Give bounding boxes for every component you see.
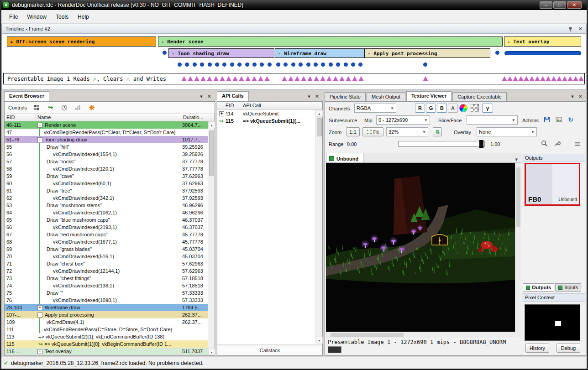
scroll-down-icon[interactable]: ▼ xyxy=(316,337,323,344)
usage-triangle[interactable] xyxy=(188,76,193,81)
timeline-section[interactable]: - Toon shading draw xyxy=(168,48,274,58)
api-call-row[interactable]: +114vkQueueSubmit xyxy=(217,110,315,117)
autofit-magnifier-icon[interactable] xyxy=(541,140,548,147)
expander-box[interactable]: + xyxy=(219,111,224,116)
column-duration[interactable]: Duratio... xyxy=(181,114,215,121)
usage-triangle[interactable] xyxy=(252,76,257,81)
channel-a-button[interactable]: A xyxy=(448,104,458,113)
event-browser-menu-icon[interactable]: ▾ xyxy=(200,94,203,99)
usage-triangle[interactable] xyxy=(239,76,244,81)
event-dot[interactable] xyxy=(185,63,189,67)
column-eid[interactable]: EID xyxy=(226,102,243,109)
usage-triangle[interactable] xyxy=(556,76,562,81)
usage-triangle[interactable] xyxy=(507,76,513,81)
event-row[interactable]: 59Draw "cave"37.62963 xyxy=(5,172,208,180)
timeline-section[interactable]: + Off-screen scene rendering xyxy=(7,36,156,47)
usage-triangle[interactable] xyxy=(535,76,540,81)
usage-triangle[interactable] xyxy=(546,76,551,81)
filter-icon[interactable] xyxy=(33,104,41,111)
api-calls-scrollbar[interactable]: ▲ ▼ xyxy=(315,110,322,344)
event-row[interactable]: 56vkCmdDrawIndexed(1554,1)39.25926 xyxy=(5,151,208,158)
menu-item-tools[interactable]: Tools xyxy=(51,11,73,22)
range-options-icon[interactable] xyxy=(574,140,581,147)
usage-triangle[interactable] xyxy=(423,76,428,81)
event-dot[interactable] xyxy=(351,63,355,67)
save-icon[interactable] xyxy=(543,116,551,123)
event-browser-close-icon[interactable]: ✕ xyxy=(207,94,211,99)
tab-api-calls[interactable]: API Calls xyxy=(217,91,249,101)
event-row[interactable]: 68vkCmdDrawIndexed(1677,1)45.77778 xyxy=(5,238,208,245)
mip-select[interactable]: 0 - 1272x690▼ xyxy=(376,115,430,125)
time-durations-icon[interactable] xyxy=(61,104,68,111)
timeline-section[interactable]: - Wireframe draw xyxy=(275,48,364,58)
timeline-panel[interactable]: Presentable Image 1 Reads △, Clears △ an… xyxy=(1,34,587,90)
usage-triangle[interactable] xyxy=(220,76,225,81)
event-row[interactable]: 70vkCmdDrawIndexed(516,1)45.03704 xyxy=(5,253,208,260)
bookmark-icon[interactable] xyxy=(88,104,95,111)
close-button[interactable]: ✕ xyxy=(567,1,582,9)
pin-icon[interactable] xyxy=(568,26,573,31)
menu-item-help[interactable]: Help xyxy=(73,11,94,22)
merged-draws-bar[interactable] xyxy=(504,51,581,55)
event-dot[interactable] xyxy=(237,63,242,67)
usage-triangle[interactable] xyxy=(258,76,263,81)
event-row[interactable]: 64vkCmdDrawIndexed(1062,1)46.96296 xyxy=(5,209,208,216)
event-row[interactable]: 69Draw "grass blades"45.03704 xyxy=(5,245,208,253)
minimize-button[interactable]: – xyxy=(540,1,552,9)
channel-b-button[interactable]: B xyxy=(437,104,447,113)
event-row[interactable]: 76vkCmdDrawIndexed(1098,1)57.33333 xyxy=(5,297,208,304)
overlay-select[interactable]: None▼ xyxy=(477,127,537,136)
expander-box[interactable]: + xyxy=(37,349,42,354)
usage-triangle[interactable] xyxy=(181,76,187,81)
column-api-call[interactable]: API Call xyxy=(243,102,322,109)
event-dot[interactable] xyxy=(208,63,212,67)
timeline-section[interactable]: - Text overlay xyxy=(504,36,581,47)
api-calls-menu-icon[interactable]: ▾ xyxy=(308,94,310,99)
maximize-button[interactable]: □ xyxy=(553,1,566,9)
expander-box[interactable]: - xyxy=(37,137,42,142)
column-name[interactable]: Name xyxy=(36,114,181,121)
usage-triangle[interactable] xyxy=(562,76,567,81)
event-dot[interactable] xyxy=(358,63,362,67)
event-dot[interactable] xyxy=(299,63,303,67)
event-row[interactable]: 111vkCmdEndRenderPass(C=Store, D=Store, … xyxy=(5,326,208,333)
event-dot[interactable] xyxy=(230,63,234,67)
event-row[interactable]: 51-76-Toon shading draw1017.7... xyxy=(5,136,208,143)
scroll-up-icon[interactable]: ▲ xyxy=(316,110,323,117)
range-slider[interactable] xyxy=(398,141,485,147)
usage-triangle[interactable] xyxy=(573,76,578,81)
event-row[interactable]: 74vkCmdDrawIndexed(138,1)57.18518 xyxy=(5,282,208,289)
event-row[interactable]: 55Draw "hill"39.25926 xyxy=(5,143,208,151)
gamma-button[interactable]: γ xyxy=(482,104,493,113)
event-row[interactable]: 63Draw "mushroom stems"46.96296 xyxy=(5,202,208,209)
usage-triangle[interactable] xyxy=(194,76,200,81)
usage-triangle[interactable] xyxy=(333,76,338,81)
texture-image[interactable] xyxy=(326,163,515,332)
tab-event-browser[interactable]: Event Browser xyxy=(4,91,49,101)
preview-horizontal-scrollbar[interactable] xyxy=(326,332,521,338)
zoom-percent-select[interactable]: 32%▼ xyxy=(386,127,428,136)
event-dot[interactable] xyxy=(276,63,280,67)
tab-outputs[interactable]: Outputs xyxy=(523,283,554,292)
event-row[interactable]: 58vkCmdDrawIndexed(120,1)37.77778 xyxy=(5,165,208,172)
usage-triangle[interactable] xyxy=(207,76,212,81)
event-dot[interactable] xyxy=(284,63,288,67)
usage-triangle[interactable] xyxy=(551,76,556,81)
column-eid[interactable]: EID xyxy=(5,114,36,121)
event-dot[interactable] xyxy=(495,51,499,55)
timeline-section[interactable]: - Render scene xyxy=(158,36,503,47)
usage-triangle[interactable] xyxy=(339,76,345,81)
event-row[interactable]: 72vkCmdDrawIndexed(12144,1)57.62963 xyxy=(5,267,208,275)
export-image-icon[interactable] xyxy=(555,116,562,123)
usage-triangle[interactable] xyxy=(352,76,357,81)
event-dot[interactable] xyxy=(200,63,204,67)
event-row[interactable]: 46-111-Render scene3064.7... xyxy=(5,121,208,129)
menu-item-window[interactable]: Window xyxy=(22,11,51,22)
event-dot[interactable] xyxy=(178,63,182,67)
event-row[interactable]: 65Draw "blue mushroom caps"46.37037 xyxy=(5,216,208,224)
history-button[interactable]: History xyxy=(525,344,549,353)
statistics-icon[interactable] xyxy=(74,104,82,111)
tab-unbound[interactable]: Unbound xyxy=(326,153,363,162)
usage-triangle[interactable] xyxy=(346,76,351,81)
event-row[interactable]: 62vkCmdDrawIndexed(342,1)37.92593 xyxy=(5,194,208,202)
